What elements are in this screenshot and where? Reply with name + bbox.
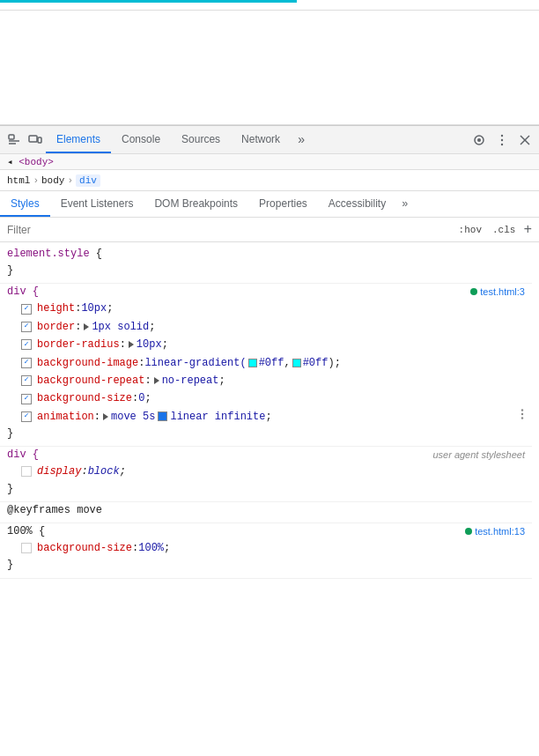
- sub-tabs: Styles Event Listeners DOM Breakpoints P…: [0, 191, 539, 218]
- rule-keyframes-100-close: }: [0, 557, 532, 574]
- svg-rect-4: [38, 137, 41, 143]
- tab-network[interactable]: Network: [231, 126, 291, 153]
- color-swatch-1[interactable]: [248, 359, 257, 367]
- color-swatch-2[interactable]: [292, 359, 301, 367]
- devtools-header: Elements Console Sources Network »: [0, 126, 539, 154]
- prop-border-radius-checkbox[interactable]: [21, 339, 32, 350]
- prop-background-repeat: background-repeat : no-repeat ;: [0, 372, 532, 389]
- animation-timing-swatch[interactable]: [158, 411, 167, 421]
- animation-expand-icon[interactable]: [103, 413, 108, 420]
- css-code-area[interactable]: element.style { } div { test.html:3 heig…: [0, 242, 539, 756]
- user-agent-label: user agent stylesheet: [432, 449, 525, 460]
- page-content: [0, 11, 539, 125]
- breadcrumb: html › body › div: [0, 170, 539, 191]
- more-options-button[interactable]: [491, 130, 513, 151]
- prop-bg-repeat-checkbox[interactable]: [21, 375, 32, 386]
- progress-bar: [0, 0, 297, 3]
- source-dot-2: [465, 528, 472, 535]
- prop-bg-image-checkbox[interactable]: [21, 358, 32, 368]
- svg-point-12: [521, 409, 523, 411]
- prop-display: display : block ;: [0, 463, 532, 480]
- border-expand-icon[interactable]: [84, 323, 89, 330]
- prop-animation: animation : move 5s linear infinite ;: [0, 408, 532, 426]
- main-tabs: Elements Console Sources Network »: [46, 126, 469, 153]
- hov-filter-button[interactable]: :hov: [456, 224, 484, 236]
- close-devtools-button[interactable]: [514, 130, 535, 151]
- breadcrumb-body[interactable]: body: [41, 175, 64, 186]
- rule-keyframes: @keyframes move: [0, 502, 532, 523]
- prop-keyframe-bg-size-checkbox[interactable]: [21, 543, 32, 553]
- tab-accessibility[interactable]: Accessibility: [318, 191, 396, 217]
- rule-div-user-agent: div { user agent stylesheet display : bl…: [0, 447, 532, 502]
- device-toolbar-button[interactable]: [25, 130, 46, 151]
- rule-header-keyframes-100: 100% { test.html:13: [0, 523, 532, 539]
- border-radius-expand-icon[interactable]: [129, 341, 134, 348]
- prop-border: border : 1px solid ;: [0, 318, 532, 336]
- tab-properties[interactable]: Properties: [248, 191, 318, 217]
- svg-point-9: [501, 143, 503, 145]
- cls-filter-button[interactable]: .cls: [490, 224, 518, 236]
- svg-point-5: [477, 138, 481, 142]
- tab-sources[interactable]: Sources: [171, 126, 231, 153]
- filter-bar: :hov .cls +: [0, 218, 539, 242]
- prop-border-radius: border-radius : 10px ;: [0, 336, 532, 353]
- settings-button[interactable]: [469, 130, 490, 151]
- header-right: [469, 130, 535, 151]
- breadcrumb-html[interactable]: html: [7, 175, 30, 186]
- prop-border-checkbox[interactable]: [21, 322, 32, 332]
- tab-elements[interactable]: Elements: [46, 126, 111, 153]
- div-selector: div {: [7, 285, 39, 298]
- prop-height: height : 10px ;: [0, 300, 532, 317]
- tab-console[interactable]: Console: [111, 126, 171, 153]
- rule-div: div { test.html:3 height : 10px ;: [0, 284, 532, 447]
- rule-element-style: element.style { }: [0, 246, 532, 284]
- source-dot: [470, 288, 477, 295]
- svg-point-13: [521, 413, 523, 415]
- prop-height-checkbox[interactable]: [21, 304, 32, 315]
- dom-tree-snippet: ◂ <body>: [0, 154, 539, 170]
- rule-ua-close-brace: }: [0, 481, 532, 498]
- add-style-rule-button[interactable]: +: [523, 223, 532, 237]
- styles-panel: :hov .cls + element.style { } div {: [0, 218, 539, 756]
- tab-event-listeners[interactable]: Event Listeners: [50, 191, 144, 217]
- rule-close-element-style: }: [0, 263, 532, 279]
- prop-display-checkbox[interactable]: [21, 466, 32, 477]
- prop-bg-size-checkbox[interactable]: [21, 394, 32, 404]
- div-ua-selector: div {: [7, 448, 39, 461]
- more-tabs-button[interactable]: »: [291, 126, 312, 153]
- filter-buttons: :hov .cls +: [456, 223, 532, 237]
- rule-selector-element-style: element.style {: [0, 246, 532, 263]
- browser-top-bar: [0, 0, 539, 11]
- prop-background-size: background-size : 0 ;: [0, 389, 532, 407]
- svg-point-14: [521, 417, 523, 419]
- prop-keyframe-bg-size: background-size : 100% ;: [0, 539, 532, 557]
- rule-div-close-brace: }: [0, 426, 532, 442]
- rule-header-user-agent: div { user agent stylesheet: [0, 447, 532, 463]
- keyframes-100-selector: 100% {: [7, 525, 45, 537]
- svg-point-8: [501, 138, 503, 140]
- prop-background-image: background-image : linear-gradient( #0ff…: [0, 354, 532, 372]
- tab-dom-breakpoints[interactable]: DOM Breakpoints: [144, 191, 248, 217]
- svg-rect-0: [9, 135, 14, 139]
- rule-more-options[interactable]: [516, 408, 528, 424]
- rule-header-div: div { test.html:3: [0, 284, 532, 300]
- div-source-link[interactable]: test.html:3: [470, 286, 525, 297]
- svg-point-7: [501, 134, 503, 136]
- inspect-element-button[interactable]: [4, 130, 25, 151]
- rule-keyframes-100: 100% { test.html:13 background-size : 10…: [0, 523, 532, 579]
- breadcrumb-div[interactable]: div: [76, 174, 100, 187]
- prop-animation-checkbox[interactable]: [21, 411, 32, 422]
- devtools-panel: Elements Console Sources Network »: [0, 125, 539, 756]
- more-sub-tabs-button[interactable]: »: [396, 191, 413, 217]
- keyframes-100-source[interactable]: test.html:13: [465, 526, 525, 537]
- tab-styles[interactable]: Styles: [0, 191, 50, 217]
- bg-repeat-expand-icon[interactable]: [154, 377, 159, 384]
- filter-input[interactable]: [7, 224, 449, 236]
- keyframes-selector: @keyframes move: [0, 502, 532, 519]
- svg-rect-3: [29, 136, 37, 142]
